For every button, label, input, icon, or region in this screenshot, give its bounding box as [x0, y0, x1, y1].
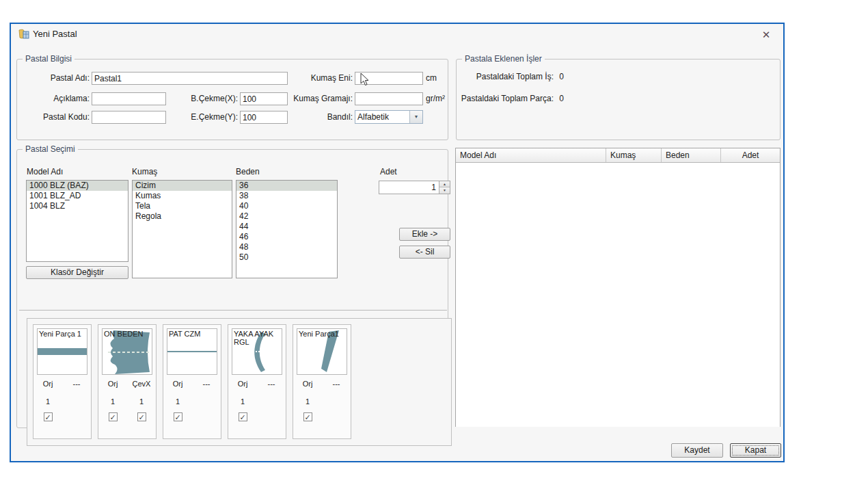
sil-button[interactable]: <- Sil	[399, 246, 450, 259]
window-title: Yeni Pastal	[33, 29, 77, 39]
beden-list-label: Beden	[236, 167, 260, 176]
part-qty: 1	[98, 397, 127, 406]
kapat-button[interactable]: Kapat	[730, 443, 781, 458]
part-col1-label: Orj	[228, 380, 257, 388]
column-header-beden[interactable]: Beden	[662, 148, 721, 162]
part-col2-label: ---	[192, 380, 221, 388]
spin-down-icon[interactable]: ▼	[439, 187, 450, 194]
list-item[interactable]: 46	[236, 232, 337, 242]
jobs-table-body[interactable]	[456, 163, 780, 427]
list-item[interactable]: Cizim	[133, 181, 232, 191]
beden-listbox: 36 38 40 42 44 46 48 50	[236, 180, 338, 278]
kaydet-button[interactable]: Kaydet	[671, 443, 723, 458]
pastal-adi-label: Pastal Adı:	[24, 73, 90, 83]
list-item[interactable]: 36	[236, 181, 337, 191]
part-thumbnail: Yeni Parça 1	[37, 328, 87, 375]
part-checkbox[interactable]: ✓	[137, 412, 146, 421]
pastal-adi-input[interactable]	[92, 72, 288, 85]
part-col2-label: ---	[257, 380, 286, 388]
list-item[interactable]: Kumas	[133, 191, 232, 201]
part-card[interactable]: YAKA AYAK RGL Orj --- 1 ✓	[228, 324, 286, 439]
part-qty: 1	[293, 397, 322, 406]
ekle-button[interactable]: Ekle ->	[399, 228, 450, 241]
adet-label: Adet	[380, 167, 397, 176]
part-col2-label: ---	[62, 380, 91, 388]
part-card[interactable]: Yeni Parça1 Orj --- 1 ✓	[293, 324, 351, 439]
pastal-kodu-input[interactable]	[92, 111, 166, 124]
part-name: PAT CZM	[169, 330, 200, 338]
list-item[interactable]: 38	[236, 191, 337, 201]
pastal-bilgisi-legend: Pastal Bilgisi	[23, 54, 74, 64]
part-checkbox[interactable]: ✓	[303, 412, 312, 421]
part-name: YAKA AYAK RGL	[234, 330, 279, 346]
part-checkbox[interactable]: ✓	[44, 412, 53, 421]
mouse-cursor	[360, 73, 370, 87]
dialog-window: Yeni Pastal ✕ Pastal Bilgisi Pastal Adı:…	[10, 23, 785, 462]
adet-value: 1	[431, 183, 436, 192]
toplam-is-value: 0	[559, 72, 564, 81]
column-header-adet[interactable]: Adet	[721, 148, 780, 162]
spin-up-icon[interactable]: ▲	[439, 181, 450, 187]
list-item[interactable]: 40	[236, 201, 337, 211]
part-checkbox[interactable]: ✓	[109, 412, 118, 421]
model-list-label: Model Adı	[27, 167, 63, 176]
klasor-degistir-button[interactable]: Klasör Değiştir	[26, 266, 128, 279]
list-item[interactable]: Regola	[133, 211, 232, 222]
kumas-list-label: Kumaş	[132, 167, 157, 176]
list-item[interactable]: 50	[236, 252, 337, 263]
part-thumbnail: YAKA AYAK RGL	[232, 328, 282, 375]
toplam-parca-label: Pastaldaki Toplam Parça:	[457, 94, 554, 103]
jobs-table-header: Model Adı Kumaş Beden Adet	[456, 148, 780, 163]
kumas-gramaji-unit: gr/m²	[426, 94, 445, 103]
part-col1-label: Orj	[163, 380, 192, 388]
list-item[interactable]: 1004 BLZ	[27, 201, 128, 211]
close-icon[interactable]: ✕	[759, 28, 774, 42]
bandil-combobox[interactable]: Alfabetik ▼	[355, 110, 423, 124]
part-name: Yeni Parça1	[299, 330, 339, 338]
column-header-kumas[interactable]: Kumaş	[606, 148, 662, 162]
part-card[interactable]: ON BEDEN Orj ÇevX 1 1 ✓ ✓	[98, 324, 157, 439]
part-col2-label: ÇevX	[127, 380, 156, 388]
part-qty: 1	[228, 397, 257, 406]
list-item[interactable]: 44	[236, 222, 337, 232]
list-item[interactable]: 1000 BLZ (BAZ)	[27, 181, 128, 191]
part-card[interactable]: PAT CZM Orj --- 1 ✓	[163, 324, 221, 439]
title-bar: Yeni Pastal ✕	[11, 24, 783, 44]
aciklama-label: Açıklama:	[24, 94, 90, 103]
part-checkbox[interactable]: ✓	[239, 412, 247, 421]
divider	[19, 310, 447, 311]
part-qty: 1	[163, 397, 192, 406]
toplam-parca-value: 0	[559, 94, 564, 103]
chevron-down-icon[interactable]: ▼	[409, 111, 422, 123]
kumas-gramaji-input[interactable]	[355, 92, 423, 105]
pastala-eklenen-group: Pastala Eklenen İşler Pastaldaki Toplam …	[456, 59, 781, 140]
pastal-bilgisi-group: Pastal Bilgisi Pastal Adı: Açıklama: Pas…	[16, 59, 448, 140]
adet-stepper[interactable]: 1 ▲ ▼	[379, 181, 450, 194]
part-name: Yeni Parça 1	[39, 330, 81, 338]
list-item[interactable]: 1001 BLZ_AD	[27, 191, 128, 201]
bandil-value: Alfabetik	[357, 112, 389, 122]
column-header-model-adi[interactable]: Model Adı	[456, 148, 606, 162]
part-col1-label: Orj	[293, 380, 322, 388]
part-qty: 1	[33, 397, 62, 406]
aciklama-input[interactable]	[92, 92, 166, 105]
part-checkbox[interactable]: ✓	[174, 412, 182, 421]
list-item[interactable]: Tela	[133, 201, 232, 211]
list-item[interactable]: 48	[236, 242, 337, 252]
parts-panel: Yeni Parça 1 Orj --- 1 ✓	[27, 318, 452, 446]
pastal-secimi-group: Pastal Seçimi Model Adı Kumaş Beden Adet…	[16, 149, 448, 428]
part-card[interactable]: Yeni Parça 1 Orj --- 1 ✓	[33, 324, 92, 439]
part-thumbnail: PAT CZM	[167, 328, 217, 375]
kumas-eni-label: Kumaş Eni:	[277, 73, 353, 83]
app-icon	[18, 28, 30, 40]
list-item[interactable]: 42	[236, 211, 337, 222]
bandil-label: Bandıl:	[277, 112, 353, 122]
part-col1-label: Orj	[33, 380, 62, 388]
kumas-listbox: Cizim Kumas Tela Regola	[132, 180, 232, 278]
part-thumbnail: Yeni Parça1	[297, 328, 347, 375]
pastal-secimi-legend: Pastal Seçimi	[23, 144, 78, 154]
jobs-table: Model Adı Kumaş Beden Adet	[455, 148, 781, 427]
model-listbox: 1000 BLZ (BAZ) 1001 BLZ_AD 1004 BLZ	[26, 180, 128, 262]
toplam-is-label: Pastaldaki Toplam İş:	[457, 72, 554, 81]
kumas-gramaji-label: Kumaş Gramajı:	[277, 94, 353, 103]
